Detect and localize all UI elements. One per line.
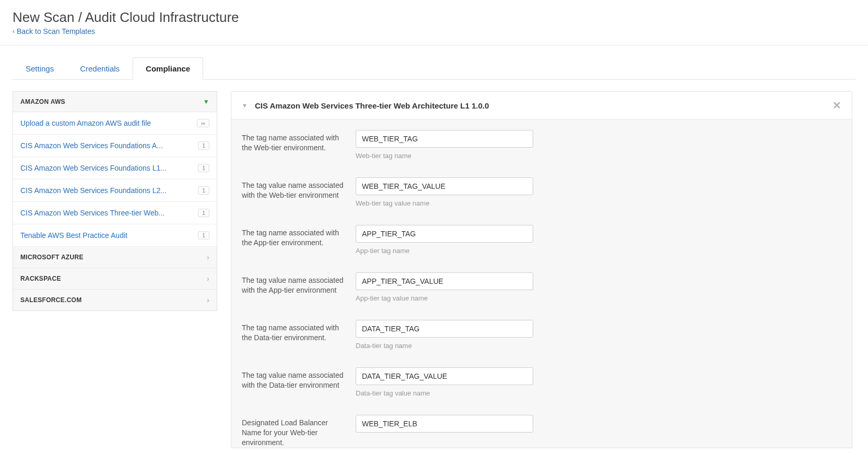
field-helper: Web-tier tag name (356, 152, 533, 160)
audit-item-label: CIS Amazon Web Services Three-tier Web..… (20, 209, 165, 217)
field-web-tier-tag: The tag name associated with the Web-tie… (242, 130, 841, 160)
audit-item-cis-foundations-l2[interactable]: CIS Amazon Web Services Foundations L2..… (13, 179, 217, 202)
field-data-tier-tag-value: The tag value name associated with the D… (242, 367, 841, 397)
category-salesforce[interactable]: SALESFORCE.COM › (13, 290, 217, 310)
panel-header: ▼ CIS Amazon Web Services Three-tier Web… (231, 92, 852, 119)
audit-item-label: CIS Amazon Web Services Foundations L2..… (20, 186, 167, 195)
field-helper: App-tier tag value name (356, 294, 533, 302)
web-tier-tag-input[interactable] (356, 130, 533, 148)
audit-item-badge: 1 (198, 186, 209, 195)
audit-item-badge: 1 (198, 209, 209, 217)
field-web-tier-tag-value: The tag value name associated with the W… (242, 177, 841, 207)
audit-item-cis-foundations-a[interactable]: CIS Amazon Web Services Foundations A...… (13, 135, 217, 157)
field-label: Designated Load Balancer Name for your W… (242, 415, 356, 448)
chevron-left-icon: ‹ (13, 28, 15, 35)
chevron-right-icon: › (207, 274, 209, 283)
chevron-right-icon: › (207, 296, 209, 304)
field-label: The tag name associated with the Web-tie… (242, 130, 356, 153)
web-tier-elb-input[interactable] (356, 415, 533, 433)
tab-settings[interactable]: Settings (13, 57, 67, 80)
field-label: The tag name associated with the Data-ti… (242, 320, 356, 343)
data-tier-tag-input[interactable] (356, 320, 533, 338)
tab-bar: Settings Credentials Compliance (13, 57, 855, 80)
field-app-tier-tag-value: The tag value name associated with the A… (242, 272, 841, 302)
audit-item-badge: 1 (198, 164, 209, 172)
app-tier-tag-value-input[interactable] (356, 272, 533, 290)
web-tier-tag-value-input[interactable] (356, 177, 533, 195)
field-label: The tag value name associated with the W… (242, 177, 356, 200)
tab-credentials[interactable]: Credentials (67, 57, 133, 80)
back-to-templates-link[interactable]: ‹ Back to Scan Templates (13, 27, 95, 35)
audit-item-cis-foundations-l1[interactable]: CIS Amazon Web Services Foundations L1..… (13, 157, 217, 179)
audit-item-badge: 1 (198, 141, 209, 150)
compliance-sidebar: AMAZON AWS ▼ Upload a custom Amazon AWS … (13, 91, 217, 311)
panel-form: The tag name associated with the Web-tie… (231, 119, 852, 448)
tab-compliance[interactable]: Compliance (133, 57, 203, 80)
field-helper: Data-tier tag name (356, 342, 533, 350)
field-data-tier-tag: The tag name associated with the Data-ti… (242, 320, 841, 350)
field-app-tier-tag: The tag name associated with the App-tie… (242, 225, 841, 255)
category-microsoft-azure[interactable]: MICROSOFT AZURE › (13, 247, 217, 268)
audit-item-cis-three-tier[interactable]: CIS Amazon Web Services Three-tier Web..… (13, 202, 217, 224)
audit-item-badge: 1 (198, 231, 209, 240)
audit-item-tenable-best-practice[interactable]: Tenable AWS Best Practice Audit 1 (13, 224, 217, 247)
audit-item-label: Upload a custom Amazon AWS audit file (20, 119, 151, 127)
field-label: The tag name associated with the App-tie… (242, 225, 356, 248)
audit-item-label: CIS Amazon Web Services Foundations L1..… (20, 164, 167, 172)
field-helper: App-tier tag name (356, 247, 533, 255)
field-label: The tag value name associated with the D… (242, 367, 356, 390)
category-amazon-aws[interactable]: AMAZON AWS ▼ (13, 92, 217, 112)
category-rackspace[interactable]: RACKSPACE › (13, 268, 217, 290)
field-helper: Web-tier tag value name (356, 199, 533, 207)
close-icon[interactable]: ✕ (832, 99, 841, 112)
category-label: AMAZON AWS (20, 98, 65, 105)
audit-item-upload-custom[interactable]: Upload a custom Amazon AWS audit file ∞ (13, 112, 217, 135)
audit-item-badge: ∞ (197, 119, 209, 127)
header-divider (0, 45, 868, 45)
category-label: RACKSPACE (20, 275, 61, 282)
field-helper: Data-tier tag value name (356, 389, 533, 397)
triangle-down-icon[interactable]: ▼ (242, 102, 248, 109)
back-link-label: Back to Scan Templates (17, 27, 95, 35)
chevron-down-icon: ▼ (203, 98, 209, 105)
page-title: New Scan / Audit Cloud Infrastructure (13, 9, 855, 26)
panel-title: CIS Amazon Web Services Three-tier Web A… (255, 101, 832, 110)
audit-item-label: CIS Amazon Web Services Foundations A... (20, 141, 163, 150)
category-label: SALESFORCE.COM (20, 296, 82, 304)
field-web-tier-elb: Designated Load Balancer Name for your W… (242, 415, 841, 448)
field-label: The tag value name associated with the A… (242, 272, 356, 295)
app-tier-tag-input[interactable] (356, 225, 533, 243)
data-tier-tag-value-input[interactable] (356, 367, 533, 385)
category-label: MICROSOFT AZURE (20, 254, 84, 261)
compliance-config-panel: ▼ CIS Amazon Web Services Three-tier Web… (231, 91, 852, 448)
audit-item-label: Tenable AWS Best Practice Audit (20, 231, 127, 240)
chevron-right-icon: › (207, 253, 209, 261)
